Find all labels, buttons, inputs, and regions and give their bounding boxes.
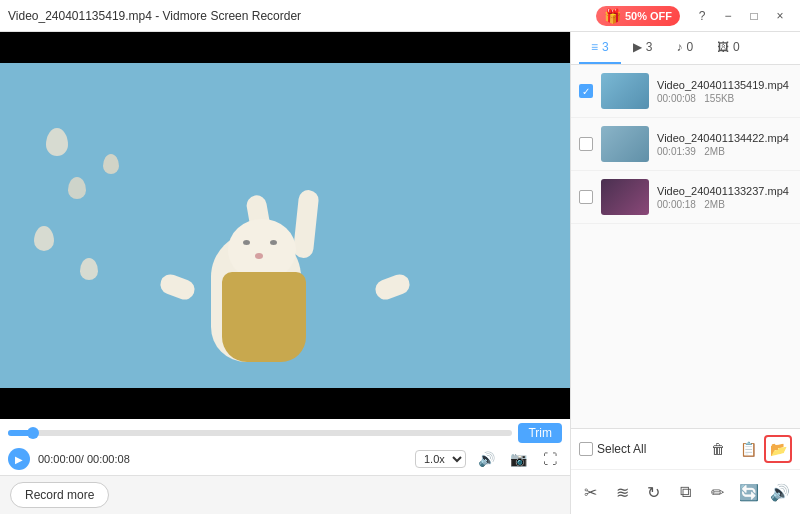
titlebar-left: Video_240401135419.mp4 - Vidmore Screen … xyxy=(8,9,301,23)
titlebar-right: 🎁 50% OFF ? − □ × xyxy=(596,4,792,28)
titlebar: Video_240401135419.mp4 - Vidmore Screen … xyxy=(0,0,800,32)
bunny-eye-left xyxy=(243,240,250,245)
file-checkbox-3[interactable] xyxy=(579,190,593,204)
bunny-scene xyxy=(0,63,570,388)
file-thumbnail-1 xyxy=(601,73,649,109)
rotate-button[interactable]: ↻ xyxy=(638,476,670,508)
left-panel: Trim ▶ 00:00:00/ 00:00:08 1.0x 1.5x 2.0x… xyxy=(0,32,570,514)
effects-button[interactable]: 🔄 xyxy=(733,476,765,508)
time-total: 00:00:08 xyxy=(87,453,130,465)
cut-tool-button[interactable]: ✂ xyxy=(575,476,607,508)
video-placeholder xyxy=(0,32,570,419)
tabs-row: ≡ 3 ▶ 3 ♪ 0 🖼 0 xyxy=(571,32,800,65)
file-info-2: Video_240401134422.mp4 00:01:39 2MB xyxy=(657,132,792,157)
select-all-row[interactable]: Select All xyxy=(579,442,646,456)
audio-count: 0 xyxy=(686,40,693,54)
file-info-3: Video_240401133237.mp4 00:00:18 2MB xyxy=(657,185,792,210)
file-checkbox-2[interactable] xyxy=(579,137,593,151)
select-all-label: Select All xyxy=(597,442,646,456)
volume-tool-button[interactable]: 🔊 xyxy=(764,476,796,508)
save-as-button[interactable]: 📋 xyxy=(734,435,762,463)
select-all-checkbox[interactable] xyxy=(579,442,593,456)
file-checkbox-1[interactable]: ✓ xyxy=(579,84,593,98)
list-item[interactable]: Video_240401133237.mp4 00:00:18 2MB xyxy=(571,171,800,224)
speed-select[interactable]: 1.0x 1.5x 2.0x xyxy=(415,450,466,468)
tab-audio[interactable]: ♪ 0 xyxy=(664,32,705,64)
file-name-3: Video_240401133237.mp4 xyxy=(657,185,792,197)
video-icon: ▶ xyxy=(633,40,642,54)
trim-button[interactable]: Trim xyxy=(518,423,562,443)
titlebar-title: Video_240401135419.mp4 - Vidmore Screen … xyxy=(8,9,301,23)
volume-button[interactable]: 🔊 xyxy=(474,447,498,471)
video-area xyxy=(0,32,570,419)
fullscreen-button[interactable]: ⛶ xyxy=(538,447,562,471)
bunny-eye-right xyxy=(270,240,277,245)
egg-1 xyxy=(46,128,68,156)
time-current: 00:00:00 xyxy=(38,453,81,465)
list-count: 3 xyxy=(602,40,609,54)
tab-list[interactable]: ≡ 3 xyxy=(579,32,621,64)
file-name-2: Video_240401134422.mp4 xyxy=(657,132,792,144)
audio-adjust-button[interactable]: ≋ xyxy=(607,476,639,508)
promo-badge[interactable]: 🎁 50% OFF xyxy=(596,6,680,26)
action-icons: 🗑 📋 📂 xyxy=(704,435,792,463)
tab-video[interactable]: ▶ 3 xyxy=(621,32,665,64)
main-container: Trim ▶ 00:00:00/ 00:00:08 1.0x 1.5x 2.0x… xyxy=(0,32,800,514)
file-thumbnail-3 xyxy=(601,179,649,215)
timeline-handle[interactable] xyxy=(27,427,39,439)
file-info-1: Video_240401135419.mp4 00:00:08 155KB xyxy=(657,79,792,104)
copy-button[interactable]: ⧉ xyxy=(670,476,702,508)
edit-tools-row: ✂ ≋ ↻ ⧉ ✏ 🔄 🔊 xyxy=(571,470,800,514)
time-display: 00:00:00/ 00:00:08 xyxy=(38,453,130,465)
egg-5 xyxy=(80,258,98,280)
gift-icon: 🎁 xyxy=(604,8,621,24)
file-thumbnail-2 xyxy=(601,126,649,162)
egg-3 xyxy=(34,226,54,251)
right-toolbar: Select All 🗑 📋 📂 ✂ ≋ ↻ ⧉ ✏ 🔄 🔊 xyxy=(571,428,800,514)
maximize-button[interactable]: □ xyxy=(742,4,766,28)
delete-button[interactable]: 🗑 xyxy=(704,435,732,463)
file-meta-3: 00:00:18 2MB xyxy=(657,199,792,210)
image-icon: 🖼 xyxy=(717,40,729,54)
snapshot-button[interactable]: 📷 xyxy=(506,447,530,471)
list-item[interactable]: ✓ Video_240401135419.mp4 00:00:08 155KB xyxy=(571,65,800,118)
file-name-1: Video_240401135419.mp4 xyxy=(657,79,792,91)
list-item[interactable]: Video_240401134422.mp4 00:01:39 2MB xyxy=(571,118,800,171)
bunny-arm-right xyxy=(373,272,413,303)
controls-bar: Trim ▶ 00:00:00/ 00:00:08 1.0x 1.5x 2.0x… xyxy=(0,419,570,475)
bunny-ear-right xyxy=(293,189,320,259)
bunny-overalls xyxy=(222,272,306,362)
bunny-arm-left xyxy=(157,272,197,303)
play-button[interactable]: ▶ xyxy=(8,448,30,470)
timeline-track[interactable] xyxy=(8,430,512,436)
audio-icon: ♪ xyxy=(676,40,682,54)
image-count: 0 xyxy=(733,40,740,54)
edit-button[interactable]: ✏ xyxy=(701,476,733,508)
right-panel: ≡ 3 ▶ 3 ♪ 0 🖼 0 ✓ Video_2404011354 xyxy=(570,32,800,514)
open-folder-button[interactable]: 📂 xyxy=(764,435,792,463)
tab-image[interactable]: 🖼 0 xyxy=(705,32,752,64)
close-button[interactable]: × xyxy=(768,4,792,28)
playback-row: ▶ 00:00:00/ 00:00:08 1.0x 1.5x 2.0x 🔊 📷 … xyxy=(8,447,562,471)
video-count: 3 xyxy=(646,40,653,54)
file-list: ✓ Video_240401135419.mp4 00:00:08 155KB … xyxy=(571,65,800,428)
minimize-button[interactable]: − xyxy=(716,4,740,28)
action-row: Record more xyxy=(0,475,570,514)
help-button[interactable]: ? xyxy=(690,4,714,28)
bunny-nose xyxy=(255,253,263,259)
record-more-button[interactable]: Record more xyxy=(10,482,109,508)
egg-4 xyxy=(103,154,119,174)
file-meta-2: 00:01:39 2MB xyxy=(657,146,792,157)
egg-2 xyxy=(68,177,86,199)
list-icon: ≡ xyxy=(591,40,598,54)
timeline-row: Trim xyxy=(8,423,562,443)
select-row: Select All 🗑 📋 📂 xyxy=(571,429,800,470)
promo-text: 50% OFF xyxy=(625,10,672,22)
file-meta-1: 00:00:08 155KB xyxy=(657,93,792,104)
